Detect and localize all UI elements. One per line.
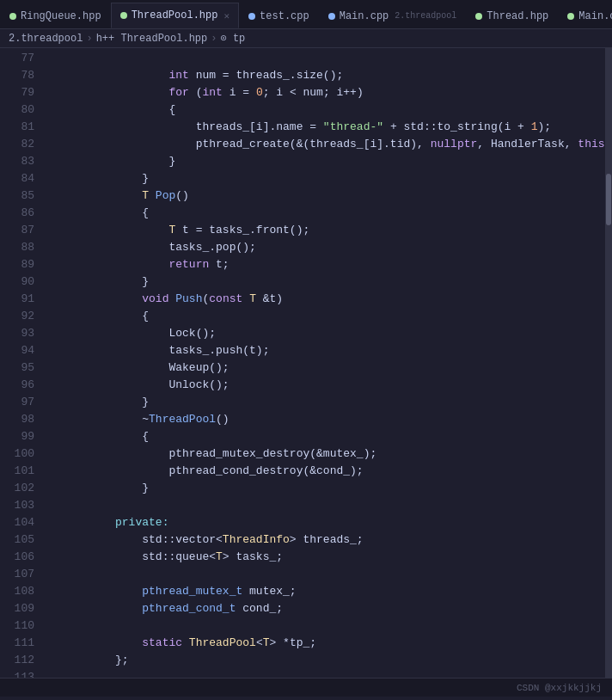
tab-icon-maincc (567, 13, 574, 20)
tab-maincc[interactable]: Main.cc (558, 3, 612, 28)
tab-testcpp[interactable]: test.cpp (239, 3, 319, 28)
status-bar: CSDN @xxjkkjjkj (0, 678, 612, 697)
breadcrumb-tp: ⊙ tp (220, 32, 245, 45)
tab-ringqueue[interactable]: RingQueue.hpp (0, 3, 111, 28)
tab-icon-ringqueue (9, 13, 16, 20)
watermark: CSDN @xxjkkjjkj (517, 683, 602, 693)
tab-label-threadpool: ThreadPool.hpp (132, 9, 218, 21)
code-line-113: template <class T> (48, 669, 605, 678)
tab-maincpp[interactable]: Main.cpp 2.threadpool (319, 3, 467, 28)
code-line-103: private: (48, 497, 605, 514)
breadcrumb-sep2: › (211, 33, 217, 45)
code-line-107: pthread_mutex_t mutex_; (48, 566, 605, 583)
tab-close-threadpool[interactable]: ✕ (223, 10, 230, 21)
tab-label-maincc: Main.cc (578, 10, 612, 22)
tab-label-threadhpp: Thread.hpp (487, 10, 548, 22)
code-line-77: int num = threads_.size(); (48, 50, 605, 67)
tab-icon-maincpp (328, 13, 335, 20)
tab-bar: RingQueue.hpp ThreadPool.hpp ✕ test.cpp … (0, 0, 612, 29)
tab-threadhpp[interactable]: Thread.hpp (466, 3, 558, 28)
scrollbar[interactable] (605, 48, 612, 678)
breadcrumb-threadpoolhpp: h++ ThreadPool.hpp (96, 33, 208, 45)
editor: 77 78 79 80 81 82 83 84 85 86 87 88 89 9… (0, 48, 612, 678)
breadcrumb: 2.threadpool › h++ ThreadPool.hpp › ⊙ tp (0, 29, 612, 48)
tab-icon-threadpool (120, 12, 127, 19)
tab-label-ringqueue: RingQueue.hpp (21, 10, 101, 22)
code-area[interactable]: int num = threads_.size(); for (int i = … (41, 48, 605, 678)
tab-threadpool[interactable]: ThreadPool.hpp ✕ (111, 3, 239, 28)
code-line-112 (48, 652, 605, 669)
scroll-thumb[interactable] (606, 174, 611, 225)
tab-label-maincpp: Main.cpp (340, 10, 389, 22)
tab-icon-threadhpp (475, 13, 482, 20)
tab-icon-testcpp (248, 13, 255, 20)
line-numbers: 77 78 79 80 81 82 83 84 85 86 87 88 89 9… (0, 48, 41, 678)
breadcrumb-2threadpool: 2.threadpool (9, 33, 83, 45)
breadcrumb-sep1: › (86, 33, 92, 45)
code-line-110: static ThreadPool<T> *tp_; (48, 617, 605, 635)
tab-label-testcpp: test.cpp (260, 10, 309, 22)
tab-extra-maincpp: 2.threadpool (395, 11, 456, 21)
